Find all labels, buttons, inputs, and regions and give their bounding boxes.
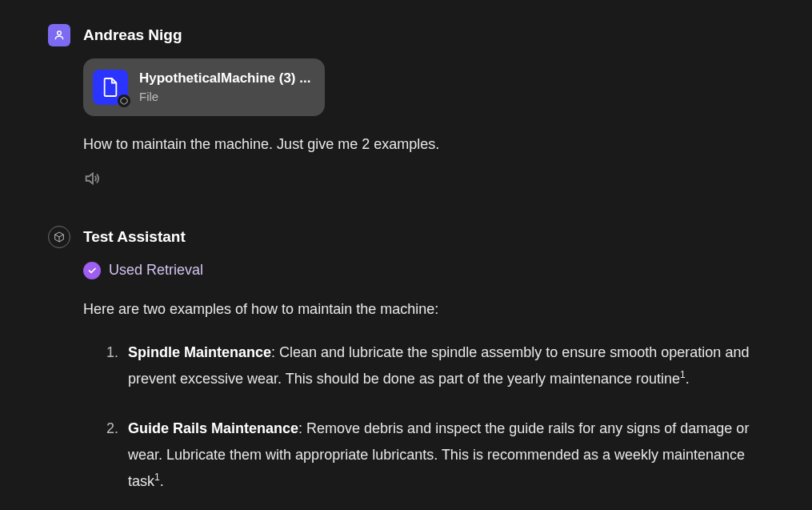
list-item: 2. Guide Rails Maintenance: Remove debri… — [102, 416, 764, 496]
answer-list: 1. Spindle Maintenance: Clean and lubric… — [83, 339, 764, 495]
openai-badge-icon — [118, 94, 130, 107]
speaker-icon — [83, 170, 101, 187]
file-type: File — [139, 88, 310, 106]
assistant-content: Test Assistant Used Retrieval Here are t… — [83, 226, 764, 511]
file-meta: HypotheticalMachine (3) ... File — [139, 68, 310, 106]
list-number: 2. — [102, 416, 118, 496]
speaker-button[interactable] — [83, 170, 101, 187]
user-message: Andreas Nigg HypotheticalMachine (3) ...… — [48, 24, 764, 194]
list-item: 1. Spindle Maintenance: Clean and lubric… — [102, 339, 764, 393]
citation[interactable]: 1 — [680, 369, 686, 380]
retrieval-label: Used Retrieval — [109, 259, 203, 281]
assistant-intro: Here are two examples of how to maintain… — [83, 299, 764, 320]
user-content: Andreas Nigg HypotheticalMachine (3) ...… — [83, 24, 764, 194]
svg-point-0 — [58, 31, 62, 35]
document-icon — [102, 77, 119, 98]
citation[interactable]: 1 — [154, 472, 160, 483]
person-icon — [53, 29, 66, 42]
check-badge — [83, 262, 101, 279]
check-icon — [87, 266, 97, 275]
list-tail: . — [686, 371, 690, 387]
user-name: Andreas Nigg — [83, 24, 764, 47]
retrieval-row[interactable]: Used Retrieval — [83, 259, 764, 281]
list-title: Spindle Maintenance — [128, 344, 271, 360]
file-name: HypotheticalMachine (3) ... — [139, 68, 310, 89]
list-title: Guide Rails Maintenance — [128, 420, 298, 436]
user-prompt: How to maintain the machine. Just give m… — [83, 134, 764, 155]
list-number: 1. — [102, 339, 118, 393]
cube-icon — [53, 231, 66, 243]
file-icon — [93, 70, 128, 105]
file-attachment[interactable]: HypotheticalMachine (3) ... File — [83, 58, 325, 116]
assistant-message: Test Assistant Used Retrieval Here are t… — [48, 226, 764, 511]
list-tail: . — [160, 473, 164, 489]
user-avatar — [48, 24, 70, 46]
assistant-name: Test Assistant — [83, 226, 764, 249]
assistant-avatar — [48, 226, 70, 248]
